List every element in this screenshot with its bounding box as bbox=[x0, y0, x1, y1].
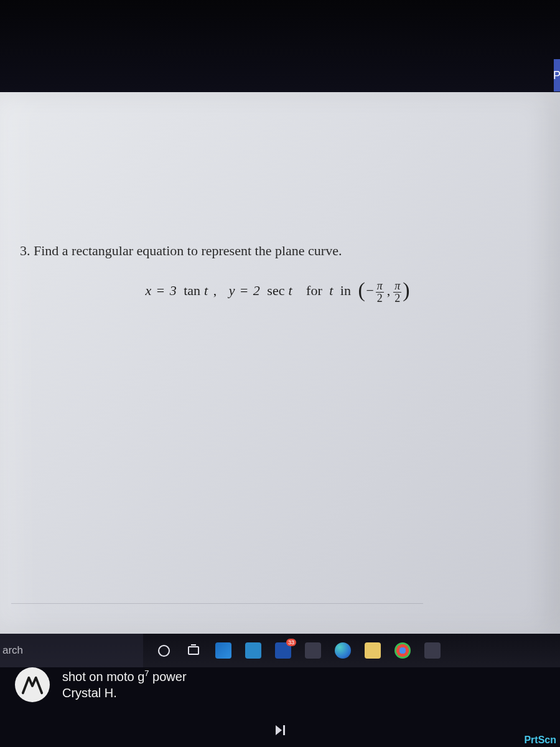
for-text: for bbox=[296, 283, 326, 298]
cortana-icon[interactable] bbox=[154, 641, 173, 660]
document-content: 3. Find a rectangular equation to repres… bbox=[20, 243, 535, 304]
store-icon[interactable] bbox=[214, 641, 233, 660]
in-text: in bbox=[337, 283, 355, 298]
folder-icon[interactable] bbox=[363, 641, 382, 660]
photo-of-screen: P 3. Find a rectangular equation to repr… bbox=[0, 0, 560, 747]
windows-taskbar[interactable]: arch bbox=[0, 634, 560, 667]
equation: x = 3 tant , y = 2 sect for t in (−π2,π2… bbox=[20, 280, 535, 304]
interval-comma: , bbox=[385, 283, 393, 298]
problem-prompt: Find a rectangular equation to represent… bbox=[34, 243, 342, 258]
faint-divider bbox=[11, 603, 423, 604]
eq-y-var: y bbox=[229, 283, 235, 298]
watermark-text: shot on moto g7 power Crystal H. bbox=[62, 669, 187, 701]
equals-sign: = bbox=[155, 283, 166, 298]
eq-x-func: tan bbox=[180, 283, 204, 298]
eq-y-coeff: 2 bbox=[253, 283, 260, 298]
close-paren: ) bbox=[403, 278, 409, 301]
chrome-icon[interactable] bbox=[393, 641, 412, 660]
mail-icon[interactable] bbox=[244, 641, 263, 660]
eq-y-arg: t bbox=[288, 283, 292, 298]
search-input[interactable]: arch bbox=[0, 634, 143, 667]
eq-x-var: x bbox=[145, 283, 151, 298]
edge-icon[interactable] bbox=[334, 641, 352, 660]
screen-dark-area-top bbox=[0, 0, 560, 93]
eq-x-arg: t bbox=[204, 283, 208, 298]
side-tab[interactable]: P bbox=[554, 59, 560, 92]
minus-sign: − bbox=[365, 283, 375, 298]
eq-y-func: sec bbox=[263, 283, 288, 298]
interval-lower: π2 bbox=[375, 280, 385, 304]
eq-x-coeff: 3 bbox=[170, 283, 177, 298]
problem-statement: 3. Find a rectangular equation to repres… bbox=[20, 243, 535, 259]
task-view-icon[interactable] bbox=[184, 641, 203, 660]
interval-upper: π2 bbox=[392, 280, 403, 304]
word-icon[interactable] bbox=[274, 641, 292, 660]
param-var: t bbox=[329, 283, 333, 298]
problem-number: 3. bbox=[20, 243, 30, 258]
search-text: arch bbox=[2, 644, 23, 657]
seek-next-icon bbox=[271, 722, 289, 738]
document-page: 3. Find a rectangular equation to repres… bbox=[0, 92, 560, 634]
watermark-line2: Crystal H. bbox=[62, 685, 187, 701]
motorola-logo-icon bbox=[15, 667, 50, 702]
app-icon[interactable] bbox=[304, 641, 322, 660]
open-paren: ( bbox=[358, 278, 365, 301]
side-tab-letter: P bbox=[554, 69, 560, 82]
app-icon[interactable] bbox=[423, 641, 442, 660]
watermark-line1: shot on moto g7 power bbox=[62, 669, 187, 685]
camera-watermark: shot on moto g7 power Crystal H. bbox=[15, 667, 187, 702]
comma: , bbox=[212, 283, 226, 298]
equals-sign: = bbox=[238, 283, 250, 298]
keyboard-key-label: PrtScn bbox=[524, 735, 556, 746]
